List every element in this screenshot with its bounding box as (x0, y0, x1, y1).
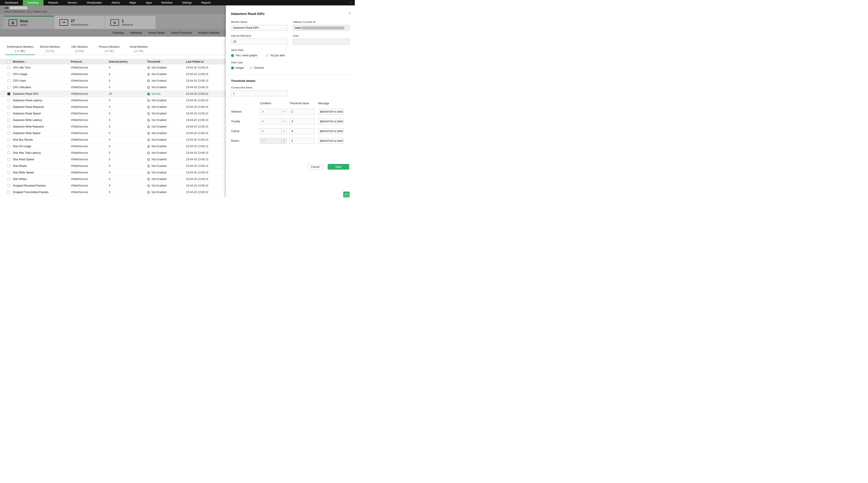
overflow-menu-icon[interactable]: ⋮ (346, 0, 355, 5)
nav-item-maps[interactable]: Maps (125, 0, 141, 5)
column-header-monitors[interactable]: Monitors▲▼ (13, 60, 71, 63)
entity-tab-details[interactable]: ▦HostDetails (3, 16, 54, 29)
table-row[interactable]: Datastore Read LatencyVIWebService5Not E… (0, 97, 226, 104)
cancel-button[interactable]: Cancel (308, 164, 323, 170)
vmware-counter-id-input[interactable]: datas (293, 25, 350, 31)
nav-item-settings[interactable]: Settings (177, 0, 196, 5)
radio-selected-icon[interactable] (231, 54, 234, 57)
monitor-tab-url-monitors[interactable]: URL Monitors( 0 / 0 ) (65, 44, 94, 55)
row-checkbox[interactable] (7, 106, 10, 108)
nav-item-reports[interactable]: Reports (196, 0, 215, 5)
subtab-installed-software[interactable]: Installed Software (198, 31, 219, 34)
sort-icon[interactable]: ▲▼ (25, 61, 27, 63)
table-row[interactable]: Datastore Write LatencyVIWebService5Not … (0, 117, 226, 124)
table-row[interactable]: CPU UsageVIWebService5Not Enabled23-04-2… (0, 71, 226, 77)
nav-item-alarms[interactable]: Alarms (107, 0, 125, 5)
row-checkbox[interactable] (7, 132, 10, 134)
nav-item-servers[interactable]: Servers (63, 0, 82, 5)
save-button[interactable]: Save (328, 164, 349, 170)
row-checkbox[interactable] (7, 119, 10, 122)
monitor-tab-performance-monitors[interactable]: Performance Monitors( 0 / 35 ) (5, 44, 35, 55)
threshold-value-input[interactable]: 2 (289, 109, 315, 115)
table-row[interactable]: Datastore Read RequestsVIWebService5Not … (0, 104, 226, 110)
data-type-radio-1[interactable]: Decimal (249, 66, 264, 69)
row-checkbox[interactable] (7, 86, 10, 89)
radio-unselected-icon[interactable] (266, 54, 269, 57)
table-row[interactable]: Dropped Transmitted PacketsVIWebService5… (0, 189, 226, 196)
condition-select[interactable]: >▼ (260, 119, 287, 124)
row-checkbox[interactable] (7, 79, 10, 82)
units-input[interactable] (293, 39, 350, 44)
table-row[interactable]: CPU Idle TimeVIWebService5Not Enabled23-… (0, 64, 226, 71)
subtab-virtual-details[interactable]: Virtual Details (148, 31, 165, 34)
monitor-tab-process-monitors[interactable]: Process Monitors( 0 / 0 ) (94, 44, 124, 55)
nav-item-network[interactable]: Network (43, 0, 63, 5)
data-type-radio-0[interactable]: Integer (231, 66, 244, 69)
row-checkbox[interactable] (7, 145, 10, 148)
table-row[interactable]: Datastore Read SpeedVIWebService5Not Ena… (0, 110, 226, 117)
table-row[interactable]: Dropped Received PacketsVIWebService5Not… (0, 183, 226, 189)
nav-item-dashboard[interactable]: Dashboard (0, 0, 23, 5)
interval-input[interactable]: 15 (231, 39, 288, 44)
row-checkbox[interactable] (7, 165, 10, 167)
row-checkbox[interactable] (7, 178, 10, 181)
condition-select[interactable]: >▼ (260, 109, 287, 115)
table-row[interactable]: Datastore Write RequestsVIWebService5Not… (0, 124, 226, 130)
threshold-value-input[interactable]: 1 (289, 138, 315, 144)
condition-select[interactable]: >▼ (260, 128, 287, 134)
row-checkbox[interactable] (7, 138, 10, 141)
monitor-tab-script-monitors[interactable]: Script Monitors( 0 / 0 ) (124, 44, 154, 55)
nav-item-virtualization[interactable]: Virtualization (82, 0, 106, 5)
threshold-value-input[interactable]: 4 (289, 128, 315, 134)
table-row[interactable]: Disk Bus ResetsVIWebService5Not Enabled2… (0, 136, 226, 143)
column-header-threshold[interactable]: Threshold (147, 60, 186, 63)
nav-item-inventory[interactable]: Inventory (23, 0, 43, 5)
monitor-tab-service-monitors[interactable]: Service Monitors( 0 / 1 ) (35, 44, 65, 55)
subtab-interfaces[interactable]: Interfaces (130, 31, 142, 34)
close-icon[interactable]: ✕ (348, 11, 351, 15)
entity-tab-datastores[interactable]: ▤1Datastores (105, 16, 156, 29)
subtab-active-processes[interactable]: Active Processes (171, 31, 192, 34)
row-checkbox[interactable] (7, 158, 10, 161)
radio-selected-icon[interactable] (231, 66, 234, 69)
row-checkbox[interactable] (7, 93, 10, 95)
row-checkbox[interactable] (7, 66, 10, 69)
subtab-summary[interactable]: Summary (113, 31, 124, 34)
store-data-radio-0[interactable]: Yes,I need graphs (231, 54, 257, 57)
row-checkbox[interactable] (7, 99, 10, 102)
column-header-last-polled-at[interactable]: Last Polled at (186, 60, 226, 63)
nav-item-apps[interactable]: Apps (141, 0, 157, 5)
message-input[interactable]: $MONITOR for $INSTANCE (318, 138, 343, 144)
table-row[interactable]: Disk I/O UsageVIWebService5Not Enabled23… (0, 143, 226, 150)
table-row[interactable]: Datastore Read IOPsVIWebService15Normal2… (0, 91, 226, 97)
table-row[interactable]: Disk Read SpeedVIWebService5Not Enabled2… (0, 156, 226, 163)
entity-tab-virtual-machines[interactable]: VM27Virtual Machines (54, 16, 105, 29)
table-row[interactable]: Disk WritesVIWebService5Not Enabled23-04… (0, 176, 226, 183)
row-checkbox[interactable] (7, 152, 10, 154)
table-row[interactable]: Memory ActiveVIWebService5Not Enabled23-… (0, 196, 226, 197)
radio-unselected-icon[interactable] (249, 66, 252, 69)
select-all-checkbox[interactable] (7, 60, 10, 63)
table-row[interactable]: Disk Write SpeedVIWebService5Not Enabled… (0, 169, 226, 176)
row-checkbox[interactable] (7, 191, 10, 194)
column-header-protocol[interactable]: Protocol (71, 60, 109, 63)
threshold-value-input[interactable]: 3 (289, 119, 315, 124)
row-checkbox[interactable] (7, 73, 10, 75)
consecutive-times-input[interactable]: 1 (231, 91, 288, 96)
row-checkbox[interactable] (7, 171, 10, 174)
monitor-name-input[interactable]: Datastore Read IOPs (231, 25, 288, 31)
row-checkbox[interactable] (7, 125, 10, 128)
table-row[interactable]: CPU UtilizationVIWebService5Not Enabled2… (0, 84, 226, 91)
feedback-fab[interactable] (343, 192, 350, 197)
table-row[interactable]: Disk ReadsVIWebService5Not Enabled23-04-… (0, 163, 226, 169)
message-input[interactable]: $MONITOR for $INSTANCE (318, 109, 343, 115)
message-input[interactable]: $MONITOR for $INSTANCE (318, 119, 343, 124)
column-header-interval-mins-[interactable]: Interval (mins) (109, 60, 147, 63)
table-row[interactable]: CPU UsedVIWebService5Not Enabled23-04-20… (0, 77, 226, 84)
store-data-radio-1[interactable]: No,just alert (266, 54, 285, 57)
table-row[interactable]: Datastore Write SpeedVIWebService5Not En… (0, 130, 226, 136)
table-row[interactable]: Disk Max Total LatencyVIWebService5Not E… (0, 150, 226, 156)
row-checkbox[interactable] (7, 112, 10, 115)
nav-item-workflow[interactable]: Workflow (157, 0, 177, 5)
message-input[interactable]: $MONITOR for $INSTANCE (318, 128, 343, 134)
